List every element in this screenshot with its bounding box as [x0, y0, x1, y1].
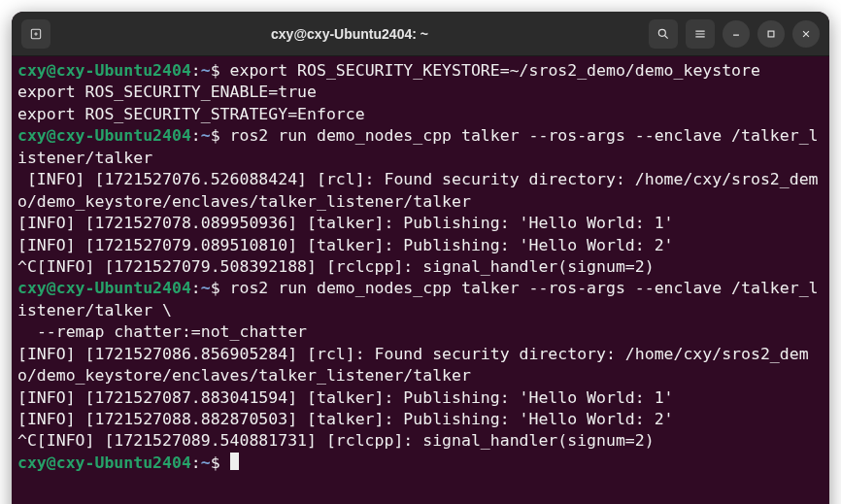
cursor [230, 453, 239, 470]
titlebar: cxy@cxy-Ubuntu2404: ~ [12, 12, 829, 56]
output-line: [INFO] [1721527086.856905284] [rcl]: Fou… [17, 345, 809, 385]
window-title: cxy@cxy-Ubuntu2404: ~ [58, 26, 641, 42]
prompt-path: ~ [201, 126, 211, 145]
prompt-path: ~ [201, 279, 211, 297]
maximize-button[interactable] [757, 20, 785, 48]
output-line: [INFO] [1721527078.089950936] [talker]: … [17, 214, 674, 232]
command-3b: --remap chatter:=not_chatter [17, 322, 307, 341]
prompt-sigil: $ [211, 454, 220, 472]
menu-button[interactable] [686, 19, 715, 49]
search-button[interactable] [649, 19, 678, 49]
output-line: ^C[INFO] [1721527079.508392188] [rclcpp]… [17, 257, 655, 276]
prompt-colon: : [191, 454, 201, 472]
svg-rect-9 [768, 31, 774, 37]
search-icon [656, 27, 670, 41]
output-line: [INFO] [1721527076.526088424] [rcl]: Fou… [17, 170, 819, 210]
svg-point-3 [658, 29, 665, 36]
svg-line-4 [665, 35, 668, 38]
prompt-sigil: $ [211, 61, 220, 80]
prompt-path: ~ [201, 61, 211, 80]
output-line: [INFO] [1721527079.089510810] [talker]: … [17, 236, 674, 254]
prompt-user: cxy@cxy-Ubuntu2404 [17, 126, 191, 145]
output-line: [INFO] [1721527087.883041594] [talker]: … [17, 388, 674, 407]
command-1: export ROS_SECURITY_KEYSTORE=~/sros2_dem… [230, 61, 760, 80]
close-icon [799, 27, 813, 41]
output-line: export ROS_SECURITY_STRATEGY=Enforce [17, 105, 365, 123]
maximize-icon [764, 27, 778, 41]
prompt-path: ~ [201, 454, 211, 472]
hamburger-icon [693, 27, 707, 41]
terminal-body[interactable]: cxy@cxy-Ubuntu2404:~$ export ROS_SECURIT… [12, 56, 829, 504]
output-line: export ROS_SECURITY_ENABLE=true [17, 83, 317, 101]
prompt-user: cxy@cxy-Ubuntu2404 [17, 61, 191, 80]
output-line: [INFO] [1721527088.882870503] [talker]: … [17, 410, 674, 428]
minimize-button[interactable] [723, 20, 750, 48]
prompt-colon: : [191, 279, 201, 297]
prompt-sigil: $ [211, 126, 220, 145]
prompt-sigil: $ [211, 279, 220, 297]
minimize-icon [729, 27, 743, 41]
output-line: ^C[INFO] [1721527089.540881731] [rclcpp]… [17, 431, 655, 450]
prompt-colon: : [191, 61, 201, 80]
prompt-user: cxy@cxy-Ubuntu2404 [17, 279, 191, 297]
new-tab-button[interactable] [21, 19, 50, 49]
terminal-window: cxy@cxy-Ubuntu2404: ~ cxy@cxy-Ubuntu2404… [12, 12, 829, 504]
close-button[interactable] [792, 20, 820, 48]
prompt-colon: : [191, 126, 201, 145]
new-tab-icon [29, 27, 43, 41]
prompt-user: cxy@cxy-Ubuntu2404 [17, 454, 191, 472]
